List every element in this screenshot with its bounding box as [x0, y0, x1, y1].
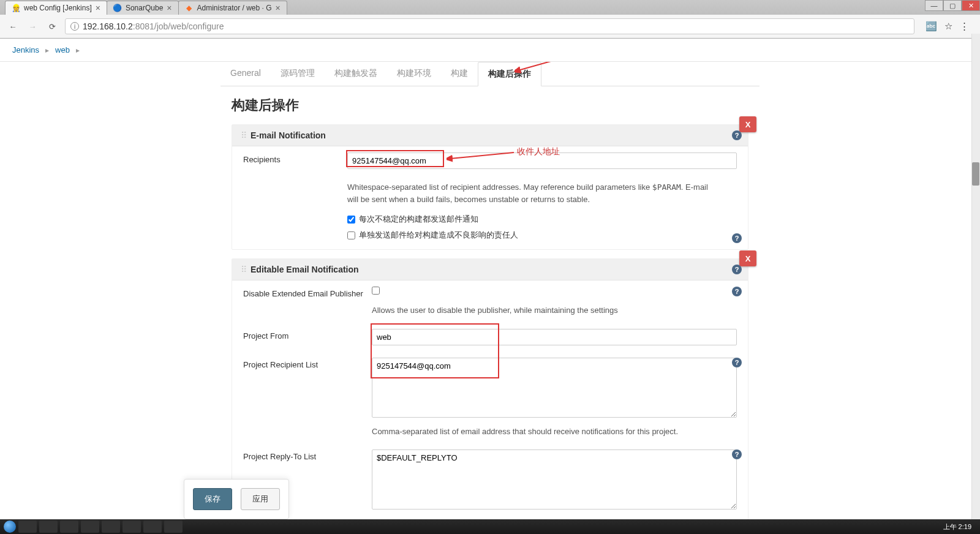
footer-actions: 保存 应用: [184, 479, 289, 519]
project-replyto-label: Project Reply-To List: [243, 449, 372, 461]
translate-icon[interactable]: 🔤: [925, 21, 937, 32]
breadcrumb: Jenkins ▸ web ▸: [0, 39, 980, 62]
disable-publisher-desc: Allows the user to disable the publisher…: [372, 304, 737, 317]
help-icon[interactable]: ?: [732, 449, 742, 459]
tab-build[interactable]: 构建: [441, 62, 478, 86]
browser-tab-sonar[interactable]: 🔵 SonarQube ×: [107, 1, 179, 15]
tab-title: Administrator / web · G: [197, 4, 272, 12]
chevron-right-icon: ▸: [43, 46, 51, 55]
recipients-description: Whitespace-separated list of recipient a…: [347, 181, 737, 205]
win-close[interactable]: ✕: [962, 0, 980, 11]
drag-handle-icon[interactable]: ⠿: [241, 265, 246, 274]
taskbar-item[interactable]: [81, 521, 99, 528]
win-minimize[interactable]: —: [925, 0, 943, 11]
jenkins-icon: 👷: [12, 4, 20, 12]
drag-handle-icon[interactable]: ⠿: [241, 130, 246, 140]
project-recipient-label: Project Recipient List: [243, 358, 372, 369]
url-host: 192.168.10.2: [83, 21, 133, 31]
start-button[interactable]: [4, 521, 16, 528]
browser-chrome: 👷 web Config [Jenkins] × 🔵 SonarQube × ◆…: [0, 0, 980, 39]
help-icon[interactable]: ?: [732, 130, 742, 140]
tab-postbuild[interactable]: 构建后操作: [478, 62, 541, 86]
taskbar-item[interactable]: [102, 521, 120, 528]
taskbar-item[interactable]: [123, 521, 141, 528]
scrollbar-thumb[interactable]: [972, 162, 979, 186]
help-icon[interactable]: ?: [732, 233, 742, 243]
browser-tab-gitlab[interactable]: ◆ Administrator / web · G ×: [178, 1, 287, 15]
help-icon[interactable]: ?: [732, 287, 742, 296]
url-input[interactable]: i 192.168.10.2:8081/job/web/configure: [65, 18, 914, 34]
checkbox-unstable-notify[interactable]: 每次不稳定的构建都发送邮件通知: [347, 211, 737, 227]
tab-scm[interactable]: 源码管理: [271, 62, 325, 86]
address-bar: ← → ⟳ i 192.168.10.2:8081/job/web/config…: [0, 15, 980, 38]
disable-publisher-label: Disable Extended Email Publisher: [243, 287, 372, 298]
content-area: General 源码管理 构建触发器 构建环境 构建 构建后操作 构建后操作 X…: [0, 62, 980, 528]
disable-publisher-checkbox[interactable]: [372, 287, 380, 295]
project-from-label: Project From: [243, 329, 372, 340]
taskbar-item[interactable]: [164, 521, 183, 528]
sonar-icon: 🔵: [113, 4, 122, 12]
project-recipient-desc: Comma-separated list of email address th…: [372, 426, 737, 438]
close-icon[interactable]: ×: [276, 4, 281, 12]
recipients-input[interactable]: [347, 152, 737, 169]
section-heading: 构建后操作: [221, 86, 760, 124]
nav-forward[interactable]: →: [26, 20, 39, 33]
config-panel: General 源码管理 构建触发器 构建环境 构建 构建后操作 构建后操作 X…: [221, 62, 760, 479]
taskbar-item[interactable]: [60, 521, 78, 528]
nav-reload[interactable]: ⟳: [45, 20, 59, 33]
menu-icon[interactable]: ⋮: [960, 21, 969, 32]
recipients-label: Recipients: [243, 152, 347, 164]
checkbox-input[interactable]: [347, 216, 355, 224]
close-icon[interactable]: ×: [167, 4, 172, 12]
scrollbar-vertical[interactable]: [971, 34, 980, 519]
system-clock: 上午 2:19: [943, 522, 976, 529]
delete-button[interactable]: X: [739, 250, 756, 266]
save-button[interactable]: 保存: [193, 488, 232, 510]
site-info-icon[interactable]: i: [70, 22, 79, 31]
browser-tab-jenkins[interactable]: 👷 web Config [Jenkins] ×: [5, 1, 107, 15]
checkbox-individual-culprits[interactable]: 单独发送邮件给对构建造成不良影响的责任人: [347, 227, 737, 243]
window-controls: — ▢ ✕: [925, 0, 980, 11]
taskbar-item[interactable]: [143, 521, 162, 528]
gitlab-icon: ◆: [185, 4, 194, 12]
delete-button[interactable]: X: [739, 116, 756, 132]
tab-env[interactable]: 构建环境: [387, 62, 441, 86]
taskbar-item[interactable]: [18, 521, 37, 528]
checkbox-label: 单独发送邮件给对构建造成不良影响的责任人: [359, 230, 518, 241]
taskbar: 上午 2:19: [0, 519, 980, 528]
editable-email-card: X ⠿ Editable Email Notification ? Disabl…: [232, 258, 748, 528]
help-icon[interactable]: ?: [732, 265, 742, 274]
checkbox-input[interactable]: [347, 231, 355, 239]
email-notification-card: X ⠿ E-mail Notification ? Recipients 收件人…: [232, 124, 748, 250]
url-path: /job/web/configure: [154, 21, 224, 31]
bookmark-icon[interactable]: ☆: [944, 21, 952, 32]
url-port: :8081: [133, 21, 154, 31]
config-tabs: General 源码管理 构建触发器 构建环境 构建 构建后操作: [221, 62, 760, 86]
breadcrumb-web[interactable]: web: [51, 43, 74, 56]
win-maximize[interactable]: ▢: [943, 0, 962, 11]
breadcrumb-jenkins[interactable]: Jenkins: [9, 43, 43, 56]
close-icon[interactable]: ×: [96, 4, 100, 12]
card-title: E-mail Notification: [251, 130, 326, 140]
nav-back[interactable]: ←: [6, 20, 20, 33]
checkbox-label: 每次不稳定的构建都发送邮件通知: [359, 214, 478, 225]
apply-button[interactable]: 应用: [241, 488, 280, 510]
project-replyto-textarea[interactable]: [372, 449, 737, 510]
tab-general[interactable]: General: [221, 62, 271, 86]
taskbar-item[interactable]: [39, 521, 58, 528]
project-from-input[interactable]: [372, 329, 737, 345]
tab-triggers[interactable]: 构建触发器: [325, 62, 387, 86]
card-title: Editable Email Notification: [251, 265, 359, 274]
project-recipient-textarea[interactable]: [372, 358, 737, 418]
tab-title: SonarQube: [126, 4, 163, 12]
help-icon[interactable]: ?: [732, 358, 742, 367]
tab-bar: 👷 web Config [Jenkins] × 🔵 SonarQube × ◆…: [0, 0, 980, 15]
tab-title: web Config [Jenkins]: [24, 4, 92, 12]
chevron-right-icon: ▸: [74, 46, 82, 55]
